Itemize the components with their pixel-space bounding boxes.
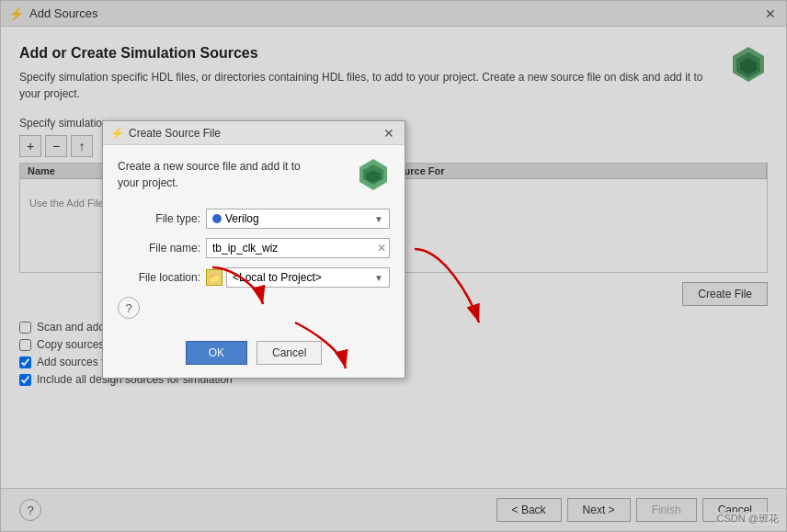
dialog-footer: OK Cancel: [103, 332, 405, 378]
dialog-app-icon: ⚡: [110, 127, 124, 140]
dialog-help-btn[interactable]: ?: [118, 297, 140, 319]
dialog-close-btn[interactable]: ✕: [381, 125, 397, 141]
file-name-row: File name: ✕: [118, 238, 390, 258]
dialog-ok-btn[interactable]: OK: [186, 341, 247, 365]
dialog-title-left: ⚡ Create Source File: [110, 127, 221, 140]
file-type-row: File type: Verilog Verilog VHDL SystemVe…: [118, 209, 390, 229]
dialog-cancel-btn[interactable]: Cancel: [257, 341, 322, 365]
file-type-label: File type:: [118, 212, 200, 225]
folder-icon: 📁: [206, 269, 222, 286]
create-source-dialog: ⚡ Create Source File ✕ Create a new sour…: [102, 120, 405, 379]
file-name-wrap: ✕: [206, 238, 390, 258]
location-select-wrap: <Local to Project> <Local to Project> ▼: [226, 267, 390, 288]
main-window: ⚡ Add Sources ✕ Add or Create Simulation…: [0, 0, 787, 532]
dialog-title-bar: ⚡ Create Source File ✕: [103, 121, 405, 145]
dialog-body: Create a new source file and add it to y…: [103, 145, 405, 332]
modal-overlay: ⚡ Create Source File ✕ Create a new sour…: [1, 1, 786, 531]
file-name-input[interactable]: [206, 238, 390, 258]
dialog-header-row: Create a new source file and add it to y…: [118, 158, 390, 194]
file-location-wrap: 📁 <Local to Project> <Local to Project> …: [206, 267, 390, 288]
file-location-label: File location:: [118, 271, 200, 284]
file-location-row: File location: 📁 <Local to Project> <Loc…: [118, 267, 390, 288]
file-name-label: File name:: [118, 242, 200, 255]
dialog-logo: [357, 158, 390, 194]
dialog-help-row: ?: [118, 297, 390, 319]
dialog-description: Create a new source file and add it to y…: [118, 158, 320, 191]
file-name-clear-btn[interactable]: ✕: [377, 242, 386, 255]
file-type-wrap: Verilog Verilog VHDL SystemVerilog ▼: [206, 209, 390, 229]
dialog-title-text: Create Source File: [129, 127, 221, 140]
